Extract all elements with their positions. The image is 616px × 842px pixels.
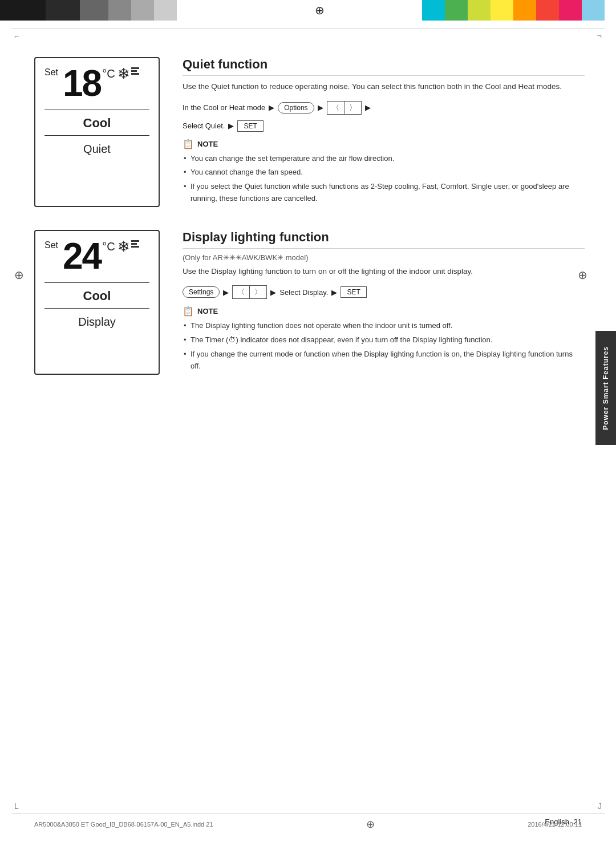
quiet-note-label: NOTE	[197, 140, 218, 148]
display-content: Display lighting function (Only for AR✳✳…	[183, 230, 585, 375]
display-arrow3: ▶	[331, 288, 337, 297]
display-arrow2: ▶	[270, 288, 276, 297]
quiet-nav-group: 〈 〉	[327, 101, 362, 115]
display-fan-icon: ❄	[117, 238, 130, 256]
color-swatch-red	[536, 0, 559, 21]
display-divider2	[44, 308, 149, 309]
quiet-function-section: Set 18 °C ❄ Cool Quiet Quiet function Us…	[34, 57, 585, 207]
color-swatch-gray4	[154, 0, 177, 21]
display-note-item1: The Display lighting function does not o…	[183, 320, 585, 332]
page-border-bottom	[11, 813, 605, 813]
display-display-top: Set 24 °C ❄	[44, 238, 149, 274]
color-swatch-lime	[468, 0, 491, 21]
footer-left-text: AR5000&A3050 ET Good_IB_DB68-06157A-00_E…	[34, 821, 213, 828]
display-sub-label: Display	[78, 315, 116, 329]
corner-mark-tr: ¬	[597, 31, 602, 41]
display-bars-icon	[131, 240, 139, 248]
side-tab-label: Power Smart Features	[602, 346, 610, 430]
display-divider1	[44, 282, 149, 283]
display-nav-right[interactable]: 〉	[250, 286, 266, 298]
display-set-label: Set	[44, 240, 58, 250]
top-bar-right-colors	[422, 0, 616, 21]
color-swatch-black1	[0, 0, 46, 21]
color-swatch-lightblue	[582, 0, 605, 21]
quiet-instruction-row2: Select Quiet. ▶ SET	[183, 120, 585, 132]
color-swatch-pink	[559, 0, 582, 21]
display-ac-display: Set 24 °C ❄ Cool Display	[34, 230, 160, 375]
top-bar-center-icon: ⊕	[217, 0, 422, 21]
display-note-item2: The Timer (⏱) indicator does not disappe…	[183, 334, 585, 346]
page-footer: AR5000&A3050 ET Good_IB_DB68-06157A-00_E…	[34, 818, 582, 831]
display-mode-label: Cool	[83, 289, 111, 303]
quiet-ac-display: Set 18 °C ❄ Cool Quiet	[34, 57, 160, 207]
quiet-instruction-row1: In the Cool or Heat mode ▶ Options ▶ 〈 〉…	[183, 101, 585, 115]
color-swatch-black2	[46, 0, 80, 21]
display-arrow1: ▶	[223, 288, 229, 297]
display-lighting-section: Set 24 °C ❄ Cool Display Display lightin…	[34, 230, 585, 375]
quiet-temp: 18	[63, 65, 101, 102]
display-note-header: 📋 NOTE	[183, 306, 585, 317]
quiet-note-item2: You cannot change the fan speed.	[183, 167, 585, 179]
display-nav-group: 〈 〉	[232, 285, 267, 299]
color-swatch-yellow	[491, 0, 513, 21]
quiet-bars-icon	[131, 67, 139, 75]
quiet-note-list: You can change the set temperature and t…	[183, 153, 585, 205]
display-select-text: Select Display.	[279, 288, 328, 297]
color-swatch-green	[445, 0, 468, 21]
compass-left: ⊕	[14, 268, 24, 282]
display-description: Use the Display lighting function to tur…	[183, 265, 585, 278]
page-number: 21	[574, 817, 582, 826]
quiet-nav-left[interactable]: 〈	[327, 102, 344, 114]
footer-center-icon: ⊕	[366, 818, 375, 831]
color-swatch-gray3	[131, 0, 154, 21]
color-swatch-orange	[513, 0, 536, 21]
quiet-select-arrow: ▶	[228, 122, 234, 130]
page-english-label: English	[545, 817, 569, 826]
display-temp-unit: °C	[102, 240, 115, 253]
color-swatch-cyan	[422, 0, 445, 21]
quiet-sub-label: Quiet	[83, 143, 111, 156]
display-note-icon: 📋	[183, 306, 194, 317]
color-swatch-gray2	[108, 0, 131, 21]
quiet-mode-label: Cool	[83, 116, 111, 131]
quiet-note-section: 📋 NOTE You can change the set temperatur…	[183, 139, 585, 205]
quiet-description: Use the Quiet function to reduce operati…	[183, 80, 585, 93]
quiet-options-button[interactable]: Options	[278, 102, 314, 114]
quiet-display-top: Set 18 °C ❄	[44, 65, 149, 102]
side-tab-power-smart: Power Smart Features	[595, 331, 616, 445]
quiet-temp-unit: °C	[102, 67, 115, 80]
quiet-note-item3: If you select the Quiet function while s…	[183, 181, 585, 205]
display-note-label: NOTE	[197, 307, 218, 315]
quiet-fan-icon: ❄	[117, 65, 130, 83]
corner-mark-bl: L	[14, 801, 19, 811]
top-bar-left-colors	[0, 0, 217, 21]
quiet-arrow3: ▶	[365, 103, 371, 112]
main-content: Set 18 °C ❄ Cool Quiet Quiet function Us…	[34, 57, 585, 398]
display-note-list: The Display lighting function does not o…	[183, 320, 585, 372]
quiet-note-header: 📋 NOTE	[183, 139, 585, 149]
quiet-select-text: Select Quiet.	[183, 122, 225, 130]
top-color-bar: ⊕	[0, 0, 616, 21]
display-nav-left[interactable]: 〈	[233, 286, 249, 298]
quiet-nav-right[interactable]: 〉	[345, 102, 361, 114]
quiet-arrow2: ▶	[318, 103, 323, 112]
display-set-button[interactable]: SET	[341, 286, 366, 298]
display-title: Display lighting function	[183, 230, 585, 249]
quiet-note-icon: 📋	[183, 139, 194, 149]
display-only-for: (Only for AR✳✳✳AWK/BWK✳ model)	[183, 253, 585, 262]
display-note-section: 📋 NOTE The Display lighting function doe…	[183, 306, 585, 372]
quiet-title: Quiet function	[183, 57, 585, 76]
display-note-item3: If you change the current mode or functi…	[183, 349, 585, 373]
corner-mark-tl: ⌐	[14, 31, 19, 41]
corner-mark-br: J	[598, 801, 602, 811]
display-temp: 24	[63, 238, 101, 274]
quiet-note-item1: You can change the set temperature and t…	[183, 153, 585, 165]
color-swatch-gray1	[80, 0, 108, 21]
page-number-area: English 21	[545, 817, 582, 826]
quiet-divider1	[44, 110, 149, 110]
quiet-set-button[interactable]: SET	[237, 120, 263, 132]
quiet-arrow1: ▶	[269, 103, 274, 112]
quiet-set-label: Set	[44, 67, 58, 78]
display-settings-button[interactable]: Settings	[183, 286, 220, 298]
page-border-top	[11, 29, 605, 29]
